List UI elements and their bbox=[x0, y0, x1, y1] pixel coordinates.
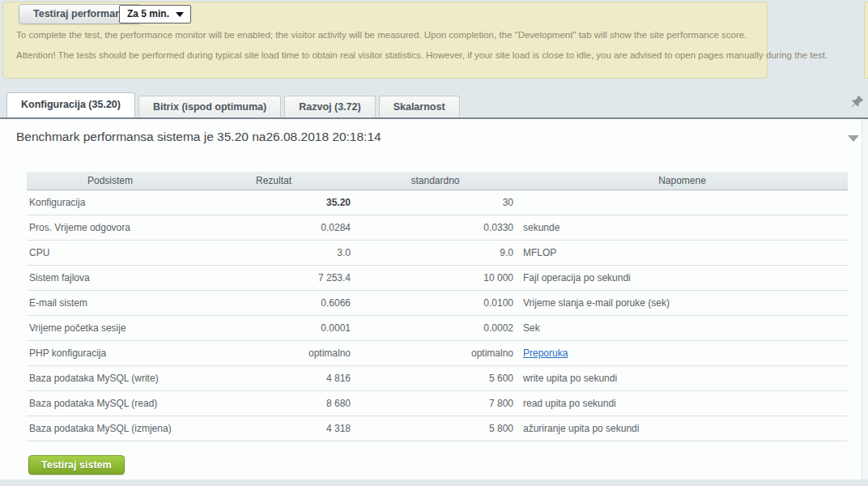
cell-note: Vrijeme slanja e-mail poruke (sek) bbox=[517, 290, 848, 315]
column-header-standardno: standardno bbox=[354, 172, 517, 190]
cell-note: write upita po sekundi bbox=[517, 365, 848, 390]
cell-result: 4 318 bbox=[194, 416, 354, 441]
cell-standard: 5 600 bbox=[354, 365, 517, 390]
test-notice-panel: Testiraj performans Za 5 min. To complet… bbox=[2, 2, 768, 79]
cell-result: optimalno bbox=[194, 340, 354, 365]
table-row: PHP konfiguracijaoptimalnooptimalnoPrepo… bbox=[27, 340, 848, 365]
cell-subsystem: PHP konfiguracija bbox=[27, 340, 194, 365]
column-header-napomene: Napomene bbox=[517, 172, 848, 190]
pin-icon[interactable] bbox=[850, 94, 865, 109]
benchmark-table: Podsistem Rezultat standardno Napomene K… bbox=[27, 172, 848, 441]
table-row: Baza podataka MySQL (read)8 6807 800read… bbox=[27, 390, 848, 416]
test-system-button[interactable]: Testiraj sistem bbox=[28, 455, 125, 475]
cell-result: 35.20 bbox=[194, 190, 354, 215]
cell-note: Preporuka bbox=[517, 340, 848, 365]
cell-standard: 0.0100 bbox=[354, 290, 517, 315]
adjacent-panel-edge bbox=[864, 2, 868, 79]
cell-subsystem: CPU bbox=[27, 240, 194, 265]
recommendation-link[interactable]: Preporuka bbox=[523, 347, 568, 359]
cell-note: Sek bbox=[517, 315, 848, 340]
cell-standard: optimalno bbox=[354, 340, 517, 365]
cell-result: 4 816 bbox=[194, 365, 354, 390]
table-row: Konfiguracija35.2030 bbox=[27, 190, 848, 215]
caret-down-icon bbox=[176, 12, 184, 17]
table-row: Vrijeme početka sesije0.00010.0002Sek bbox=[27, 315, 848, 340]
cell-note: MFLOP bbox=[517, 240, 848, 265]
cell-subsystem: Baza podataka MySQL (read) bbox=[27, 390, 194, 416]
cell-result: 8 680 bbox=[194, 390, 354, 416]
cell-standard: 9.0 bbox=[354, 240, 517, 265]
cell-note: sekunde bbox=[517, 215, 848, 240]
cell-result: 0.6066 bbox=[194, 290, 354, 315]
table-row: CPU3.09.0MFLOP bbox=[27, 240, 848, 265]
tab-konfiguracija[interactable]: Konfiguracija (35.20) bbox=[6, 92, 135, 117]
cell-subsystem: Pros. Vrijeme odgovora bbox=[27, 215, 194, 240]
cell-standard: 30 bbox=[354, 190, 517, 215]
cell-subsystem: Baza podataka MySQL (write) bbox=[27, 365, 194, 390]
table-row: E-mail sistem0.60660.0100Vrijeme slanja … bbox=[27, 290, 848, 315]
cell-result: 3.0 bbox=[194, 240, 354, 265]
column-header-podsistem: Podsistem bbox=[27, 172, 194, 190]
table-row: Pros. Vrijeme odgovora0.02840.0330sekund… bbox=[27, 215, 848, 240]
tab-bar: Konfiguracija (35.20) Bitrix (ispod opti… bbox=[6, 92, 460, 117]
cell-standard: 0.0002 bbox=[354, 315, 517, 340]
table-header-row: Podsistem Rezultat standardno Napomene bbox=[27, 172, 848, 190]
cell-result: 0.0284 bbox=[194, 215, 354, 240]
content-right-strip bbox=[862, 119, 868, 480]
tab-razvoj[interactable]: Razvoj (3.72) bbox=[284, 96, 375, 117]
table-row: Baza podataka MySQL (write)4 8165 600wri… bbox=[27, 365, 848, 390]
interval-select[interactable]: Za 5 min. bbox=[119, 5, 191, 23]
cell-standard: 10 000 bbox=[354, 265, 517, 290]
table-row: Baza podataka MySQL (izmjena)4 3185 800a… bbox=[27, 416, 848, 441]
performance-monitor-page: Testiraj performans Za 5 min. To complet… bbox=[0, 0, 868, 486]
benchmark-panel: Benchmark performansa sistema je 35.20 n… bbox=[0, 119, 868, 480]
interval-select-value: Za 5 min. bbox=[127, 8, 169, 19]
cell-standard: 5 800 bbox=[354, 416, 517, 441]
chevron-down-icon[interactable] bbox=[848, 135, 859, 142]
cell-note: ažuriranje upita po sekundi bbox=[517, 416, 848, 441]
notice-line-1: To complete the test, the performance mo… bbox=[16, 30, 747, 40]
cell-subsystem: Vrijeme početka sesije bbox=[27, 315, 194, 340]
cell-note: Fajl operacija po sekundi bbox=[517, 265, 848, 290]
cell-result: 0.0001 bbox=[194, 315, 354, 340]
cell-subsystem: Konfiguracija bbox=[27, 190, 194, 215]
tab-skalarnost[interactable]: Skalarnost bbox=[379, 96, 460, 117]
cell-note bbox=[517, 190, 848, 215]
benchmark-heading: Benchmark performansa sistema je 35.20 n… bbox=[16, 130, 381, 144]
cell-note: read upita po sekundi bbox=[517, 390, 848, 416]
cell-result: 7 253.4 bbox=[194, 265, 354, 290]
notice-line-2: Attention! The tests should be performed… bbox=[16, 50, 828, 60]
cell-standard: 0.0330 bbox=[354, 215, 517, 240]
column-header-rezultat: Rezultat bbox=[194, 172, 354, 190]
cell-standard: 7 800 bbox=[354, 390, 517, 416]
cell-subsystem: E-mail sistem bbox=[27, 290, 194, 315]
cell-subsystem: Sistem fajlova bbox=[27, 265, 194, 290]
cell-subsystem: Baza podataka MySQL (izmjena) bbox=[27, 416, 194, 441]
table-row: Sistem fajlova7 253.410 000Fajl operacij… bbox=[27, 265, 848, 290]
tab-bitrix[interactable]: Bitrix (ispod optimuma) bbox=[138, 96, 281, 117]
